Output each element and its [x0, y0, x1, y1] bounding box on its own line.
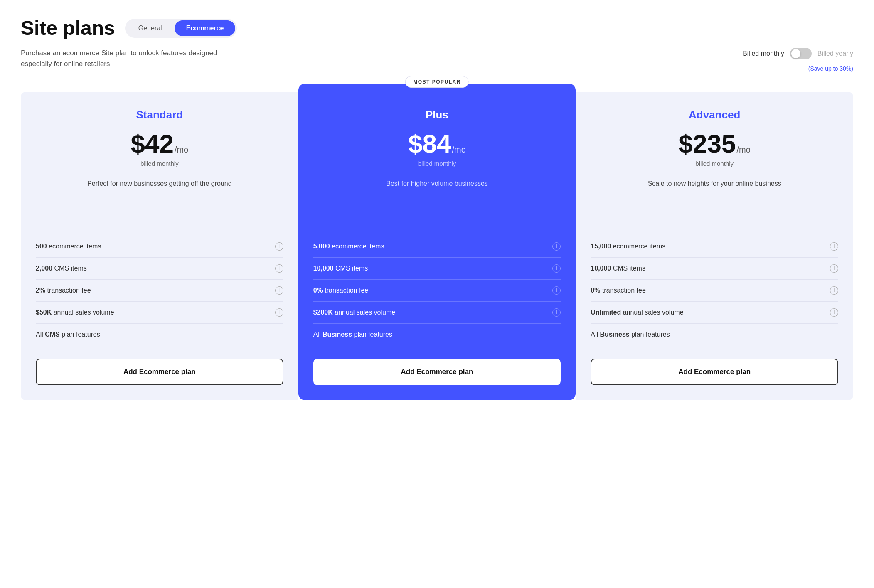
feature-advanced-2: 0% transaction fee i	[591, 280, 838, 302]
info-icon[interactable]: i	[552, 264, 561, 273]
feature-text: All Business plan features	[313, 331, 392, 338]
info-icon[interactable]: i	[275, 242, 283, 251]
subtitle-row: Purchase an ecommerce Site plan to unloc…	[21, 48, 853, 72]
plan-name-advanced: Advanced	[591, 108, 838, 121]
plan-name-standard: Standard	[36, 108, 283, 121]
page-header: Site plans General Ecommerce	[21, 17, 853, 39]
plan-price-standard: $42	[130, 129, 173, 158]
feature-text: 2% transaction fee	[36, 287, 91, 294]
add-plan-plus[interactable]: Add Ecommerce plan	[313, 359, 561, 385]
info-icon[interactable]: i	[830, 286, 838, 295]
feature-standard-2: 2% transaction fee i	[36, 280, 283, 302]
feature-text: 500 ecommerce items	[36, 243, 101, 250]
feature-advanced-3: Unlimited annual sales volume i	[591, 302, 838, 324]
tab-group: General Ecommerce	[125, 19, 237, 38]
feature-advanced-0: 15,000 ecommerce items i	[591, 236, 838, 258]
plan-billed-plus: billed monthly	[313, 160, 561, 167]
plan-price-row-advanced: $235 /mo	[591, 129, 838, 158]
feature-plus-3: $200K annual sales volume i	[313, 302, 561, 324]
billing-toggle[interactable]	[790, 48, 812, 59]
plan-price-row-plus: $84 /mo	[313, 129, 561, 158]
plan-desc-plus: Best for higher volume businesses	[313, 179, 561, 212]
plan-features-standard: 500 ecommerce items i 2,000 CMS items i …	[36, 227, 283, 345]
feature-plus-2: 0% transaction fee i	[313, 280, 561, 302]
plan-desc-advanced: Scale to new heights for your online bus…	[591, 179, 838, 212]
info-icon[interactable]: i	[830, 242, 838, 251]
feature-advanced-1: 10,000 CMS items i	[591, 258, 838, 280]
plan-features-plus: 5,000 ecommerce items i 10,000 CMS items…	[313, 227, 561, 345]
feature-text: 10,000 CMS items	[313, 265, 368, 272]
info-icon[interactable]: i	[552, 242, 561, 251]
billing-toggle-area: Billed monthly Billed yearly (Save up to…	[743, 48, 853, 72]
plan-card-plus: MOST POPULAR Plus $84 /mo billed monthly…	[298, 84, 576, 400]
feature-text: All Business plan features	[591, 331, 670, 338]
info-icon[interactable]: i	[275, 286, 283, 295]
page-subtitle: Purchase an ecommerce Site plan to unloc…	[21, 48, 237, 69]
feature-text: 10,000 CMS items	[591, 265, 645, 272]
info-icon[interactable]: i	[552, 286, 561, 295]
save-text: (Save up to 30%)	[808, 65, 853, 72]
billing-monthly-label: Billed monthly	[743, 50, 784, 57]
feature-advanced-4: All Business plan features i	[591, 324, 838, 345]
plan-price-advanced: $235	[679, 129, 736, 158]
info-icon[interactable]: i	[830, 308, 838, 317]
feature-text: All CMS plan features	[36, 331, 100, 338]
feature-text: 15,000 ecommerce items	[591, 243, 665, 250]
feature-text: 2,000 CMS items	[36, 265, 87, 272]
feature-standard-1: 2,000 CMS items i	[36, 258, 283, 280]
plan-price-row-standard: $42 /mo	[36, 129, 283, 158]
add-plan-advanced[interactable]: Add Ecommerce plan	[591, 359, 838, 385]
feature-plus-4: All Business plan features i	[313, 324, 561, 345]
feature-text: $50K annual sales volume	[36, 309, 114, 316]
feature-standard-0: 500 ecommerce items i	[36, 236, 283, 258]
plan-per-standard: /mo	[175, 145, 188, 155]
tab-ecommerce[interactable]: Ecommerce	[175, 20, 236, 36]
plan-per-advanced: /mo	[736, 145, 750, 155]
info-icon[interactable]: i	[275, 308, 283, 317]
feature-text: Unlimited annual sales volume	[591, 309, 683, 316]
toggle-knob	[791, 49, 800, 58]
plan-billed-advanced: billed monthly	[591, 160, 838, 167]
page-title: Site plans	[21, 17, 115, 39]
info-icon[interactable]: i	[830, 264, 838, 273]
plan-card-standard: Standard $42 /mo billed monthly Perfect …	[21, 92, 298, 400]
plan-features-advanced: 15,000 ecommerce items i 10,000 CMS item…	[591, 227, 838, 345]
plan-price-plus: $84	[408, 129, 451, 158]
plan-card-advanced: Advanced $235 /mo billed monthly Scale t…	[576, 92, 853, 400]
most-popular-badge: MOST POPULAR	[405, 76, 469, 88]
feature-text: $200K annual sales volume	[313, 309, 395, 316]
info-icon[interactable]: i	[275, 264, 283, 273]
plan-name-plus: Plus	[313, 108, 561, 121]
feature-text: 0% transaction fee	[313, 287, 369, 294]
feature-plus-1: 10,000 CMS items i	[313, 258, 561, 280]
info-icon[interactable]: i	[552, 308, 561, 317]
plan-per-plus: /mo	[452, 145, 466, 155]
plan-billed-standard: billed monthly	[36, 160, 283, 167]
plan-desc-standard: Perfect for new businesses getting off t…	[36, 179, 283, 212]
billing-yearly-label: Billed yearly	[817, 50, 853, 57]
billing-toggle-row: Billed monthly Billed yearly	[743, 48, 853, 59]
feature-plus-0: 5,000 ecommerce items i	[313, 236, 561, 258]
feature-standard-3: $50K annual sales volume i	[36, 302, 283, 324]
plans-grid: Standard $42 /mo billed monthly Perfect …	[21, 92, 853, 400]
feature-text: 0% transaction fee	[591, 287, 646, 294]
feature-text: 5,000 ecommerce items	[313, 243, 384, 250]
feature-standard-4: All CMS plan features i	[36, 324, 283, 345]
tab-general[interactable]: General	[127, 20, 174, 36]
add-plan-standard[interactable]: Add Ecommerce plan	[36, 359, 283, 385]
